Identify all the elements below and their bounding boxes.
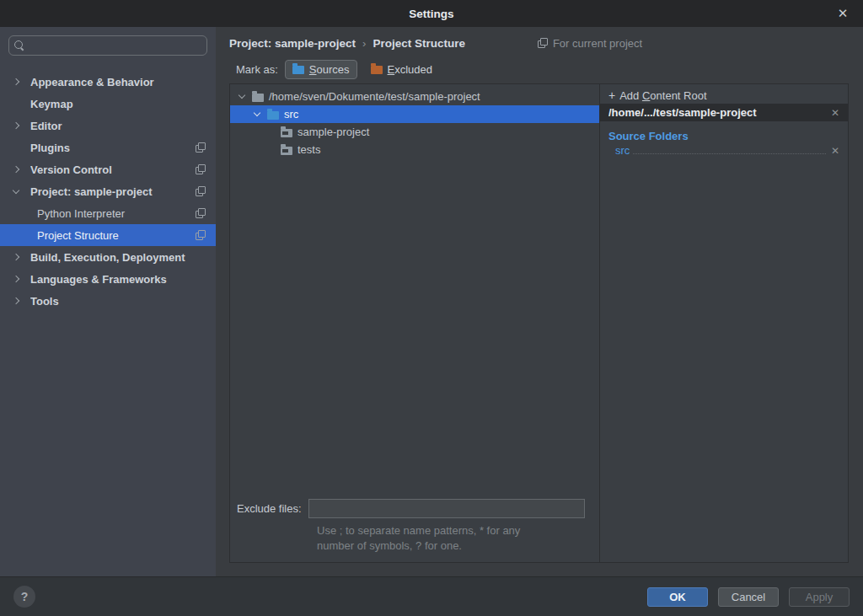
source-folder-icon xyxy=(267,111,279,120)
ok-button[interactable]: OK xyxy=(647,587,708,607)
search-box[interactable] xyxy=(8,35,207,56)
exclude-files-input[interactable] xyxy=(308,499,585,518)
dotted-leader xyxy=(633,144,826,154)
remove-content-root-icon[interactable]: ✕ xyxy=(829,107,841,119)
sidebar-item-keymap[interactable]: Keymap xyxy=(0,93,216,115)
settings-sidebar: Appearance & Behavior Keymap Editor Plug… xyxy=(0,27,216,576)
chevron-right-icon xyxy=(13,122,19,129)
sidebar-item-project-structure[interactable]: Project Structure xyxy=(0,224,216,246)
mark-excluded-button[interactable]: Excluded xyxy=(364,61,439,78)
content-root-path: /home/.../test/sample-project xyxy=(608,106,829,119)
per-project-icon xyxy=(196,208,206,218)
mark-as-toolbar: Mark as: Sources Excluded xyxy=(216,56,863,83)
dialog-title: Settings xyxy=(409,8,453,20)
scope-note: For current project xyxy=(538,37,642,50)
sidebar-item-project-sample-project[interactable]: Project: sample-project xyxy=(0,180,216,202)
search-icon xyxy=(14,40,24,51)
titlebar: Settings ✕ xyxy=(0,0,863,27)
per-project-icon xyxy=(196,230,206,240)
exclude-files-section: Exclude files: Use ; to separate name pa… xyxy=(230,494,599,562)
sidebar-item-version-control[interactable]: Version Control xyxy=(0,158,216,180)
breadcrumb-project: Project: sample-project xyxy=(229,37,356,50)
plus-icon: + xyxy=(608,89,615,101)
settings-nav: Appearance & Behavior Keymap Editor Plug… xyxy=(0,71,216,312)
sidebar-item-build-execution-deployment[interactable]: Build, Execution, Deployment xyxy=(0,246,216,268)
search-input[interactable] xyxy=(29,40,201,52)
breadcrumb-separator: › xyxy=(362,37,366,50)
folder-icon xyxy=(281,129,292,137)
mark-sources-button[interactable]: Sources xyxy=(285,60,357,79)
sidebar-item-python-interpreter[interactable]: Python Interpreter xyxy=(0,202,216,224)
structure-panels: /home/sven/Dokumente/test/sample-project… xyxy=(229,83,849,563)
mark-as-label: Mark as: xyxy=(236,63,278,76)
chevron-down-icon xyxy=(13,186,19,193)
per-project-icon xyxy=(196,186,206,196)
source-folder-entry-src[interactable]: src ✕ xyxy=(600,144,848,160)
per-project-icon xyxy=(538,38,548,48)
folder-icon xyxy=(252,94,264,102)
chevron-right-icon xyxy=(13,276,19,282)
chevron-right-icon xyxy=(13,254,19,260)
page-title: Project Structure xyxy=(373,37,465,50)
chevron-down-icon xyxy=(239,92,245,99)
chevron-right-icon xyxy=(13,78,19,85)
directory-tree: /home/sven/Dokumente/test/sample-project… xyxy=(230,84,599,494)
exclude-files-label: Exclude files: xyxy=(237,502,302,515)
chevron-right-icon xyxy=(13,166,19,173)
directory-tree-panel: /home/sven/Dokumente/test/sample-project… xyxy=(230,84,600,562)
folder-icon xyxy=(281,147,292,155)
chevron-right-icon xyxy=(13,297,19,304)
exclude-files-hint: Use ; to separate name patterns, * for a… xyxy=(317,523,592,554)
chevron-down-icon xyxy=(254,110,260,116)
dialog-footer: ? OK Cancel Apply xyxy=(0,576,863,616)
sidebar-item-languages-frameworks[interactable]: Languages & Frameworks xyxy=(0,268,216,290)
tree-row-tests[interactable]: tests xyxy=(230,141,599,158)
settings-dialog: Settings ✕ Appearance & Behavior Keymap xyxy=(0,0,863,616)
per-project-icon xyxy=(196,164,206,174)
remove-source-folder-icon[interactable]: ✕ xyxy=(829,145,841,157)
add-content-root-button[interactable]: + Add Content Root xyxy=(600,87,848,104)
per-project-icon xyxy=(196,142,206,153)
sidebar-item-appearance-behavior[interactable]: Appearance & Behavior xyxy=(0,71,216,93)
sidebar-item-plugins[interactable]: Plugins xyxy=(0,137,216,158)
tree-row-content-root[interactable]: /home/sven/Dokumente/test/sample-project xyxy=(230,88,599,105)
apply-button[interactable]: Apply xyxy=(789,587,850,607)
sidebar-item-tools[interactable]: Tools xyxy=(0,290,216,312)
excluded-folder-icon xyxy=(371,66,383,74)
content-roots-panel: + Add Content Root /home/.../test/sample… xyxy=(600,84,848,562)
content-root-entry[interactable]: /home/.../test/sample-project ✕ xyxy=(600,104,848,121)
breadcrumb: Project: sample-project › Project Struct… xyxy=(216,27,863,56)
settings-content: Project: sample-project › Project Struct… xyxy=(216,27,863,576)
sidebar-item-editor[interactable]: Editor xyxy=(0,115,216,137)
tree-row-src[interactable]: src xyxy=(230,105,599,123)
tree-row-sample-project[interactable]: sample-project xyxy=(230,123,599,141)
source-folders-header: Source Folders xyxy=(608,130,848,142)
cancel-button[interactable]: Cancel xyxy=(718,587,779,607)
close-icon[interactable]: ✕ xyxy=(831,0,855,27)
source-folder-icon xyxy=(292,66,304,74)
help-button[interactable]: ? xyxy=(13,586,35,608)
